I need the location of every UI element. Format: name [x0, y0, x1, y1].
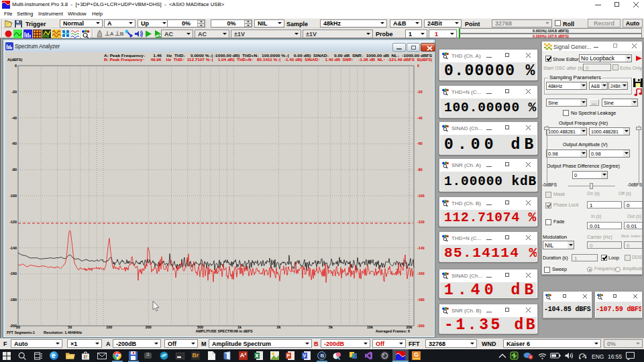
- svg-text:0: 0: [15, 64, 17, 68]
- svg-text:-180: -180: [417, 298, 425, 302]
- svg-text:-60: -60: [11, 141, 17, 145]
- svg-text:1k: 1k: [237, 325, 241, 329]
- svg-text:0: 0: [417, 64, 419, 68]
- svg-text:20k: 20k: [406, 325, 412, 329]
- svg-text:A(dBFS): A(dBFS): [7, 58, 23, 62]
- svg-text:-160: -160: [9, 272, 17, 276]
- svg-text:50: 50: [68, 325, 72, 329]
- svg-text:Resolution: 1.46484Hz: Resolution: 1.46484Hz: [44, 330, 83, 335]
- svg-text:-120: -120: [417, 220, 425, 224]
- svg-text:-140: -140: [417, 246, 425, 250]
- svg-text:20: 20: [16, 325, 20, 329]
- svg-text:500: 500: [197, 325, 203, 329]
- svg-text:-200: -200: [417, 324, 425, 328]
- svg-text:A: Peak Frequency↓ 1.46: A: Peak Frequency↓ 1.46 Hz THD↓ 0.0000 %…: [104, 54, 433, 58]
- svg-text:-160: -160: [417, 272, 425, 276]
- svg-text:100: 100: [106, 325, 112, 329]
- svg-text:-140: -140: [9, 246, 17, 250]
- svg-text:B(dBFS): B(dBFS): [417, 58, 433, 62]
- svg-text:-60: -60: [417, 141, 423, 145]
- svg-text:FFT Segments:1: FFT Segments:1: [7, 330, 35, 335]
- svg-text:-40: -40: [417, 116, 423, 120]
- svg-text:-100: -100: [417, 194, 425, 198]
- svg-text:P: P: [287, 353, 290, 358]
- svg-text:-20: -20: [417, 90, 423, 94]
- svg-text:-20: -20: [11, 90, 17, 94]
- svg-text:200: 200: [146, 325, 152, 329]
- svg-text:2k: 2k: [277, 325, 281, 329]
- svg-text:5k: 5k: [329, 325, 333, 329]
- svg-text:-100: -100: [9, 194, 17, 198]
- svg-text:-120: -120: [9, 220, 17, 224]
- svg-text:-80: -80: [11, 168, 17, 172]
- svg-text:V: V: [303, 353, 307, 358]
- svg-text:Averaged Frames: 6: Averaged Frames: 6: [376, 329, 410, 333]
- svg-text:-80: -80: [417, 168, 423, 172]
- svg-text:10k: 10k: [367, 325, 373, 329]
- svg-text:B: Peak Frequency↑ 49.96: B: Peak Frequency↑ 49.96 Hz THD↑ 112.710…: [104, 58, 415, 62]
- svg-text:AMPLITUDE SPECTRUM in dBFS: AMPLITUDE SPECTRUM in dBFS: [195, 329, 252, 333]
- svg-text:-40: -40: [11, 116, 17, 120]
- svg-text:-180: -180: [9, 298, 17, 302]
